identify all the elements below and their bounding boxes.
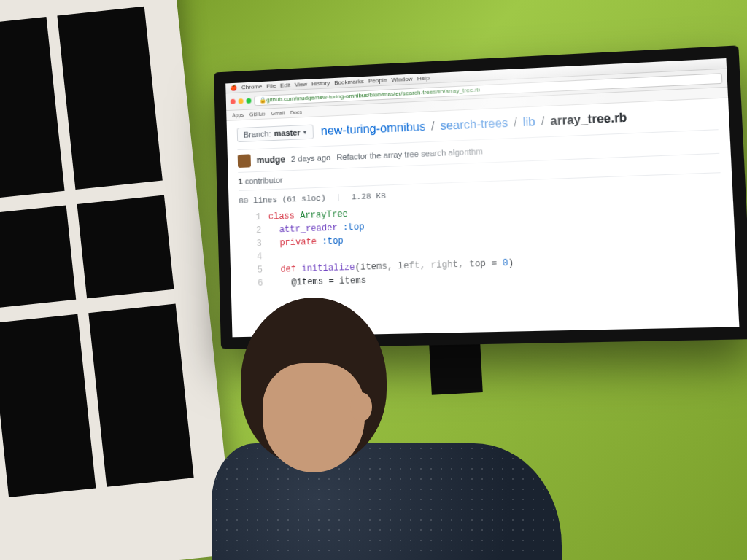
breadcrumb-sep: / <box>514 116 517 129</box>
contributors-label: contributor <box>245 176 283 186</box>
commit-author-link[interactable]: mudge <box>257 154 286 166</box>
bookmark-item[interactable]: Apps <box>232 112 244 118</box>
breadcrumb-link[interactable]: search-trees <box>440 117 508 132</box>
code-viewer: 1class ArrayTree2 attr_reader :top3 priv… <box>239 195 726 291</box>
line-number: 1 <box>239 211 261 225</box>
menu-item[interactable]: Bookmarks <box>334 78 364 86</box>
line-number: 2 <box>239 224 261 238</box>
chevron-down-icon: ▾ <box>303 128 306 136</box>
minimize-icon[interactable] <box>239 98 244 104</box>
bookmark-item[interactable]: Gmail <box>271 110 284 116</box>
contributors-count: 1 <box>238 177 242 186</box>
close-icon[interactable] <box>231 99 236 104</box>
apple-icon: 🍎 <box>230 85 237 91</box>
commit-time: 2 days ago <box>291 153 331 163</box>
room-photo: 🍎 Chrome File Edit View History Bookmark… <box>0 0 747 560</box>
breadcrumb-current-file: array_tree.rb <box>550 111 627 127</box>
menu-item[interactable]: Help <box>417 74 430 82</box>
breadcrumb: new-turing-omnibus / search-trees / lib … <box>321 111 627 138</box>
lock-icon: 🔒 <box>259 97 266 104</box>
meta-divider: | <box>336 193 341 202</box>
menu-item[interactable]: People <box>368 77 387 84</box>
menu-item[interactable]: File <box>266 82 276 90</box>
menu-item[interactable]: Edit <box>280 82 290 89</box>
file-lines: 80 lines (61 sloc) <box>239 194 325 206</box>
line-number: 4 <box>240 250 262 264</box>
breadcrumb-repo-link[interactable]: new-turing-omnibus <box>321 120 426 138</box>
menu-item[interactable]: History <box>311 79 330 87</box>
window-controls[interactable] <box>231 98 252 104</box>
breadcrumb-sep: / <box>541 114 544 128</box>
file-size: 1.28 KB <box>351 192 386 202</box>
person-foreground <box>153 283 562 560</box>
commit-message[interactable]: Refactor the array tree search algorithm <box>336 147 483 161</box>
branch-label: Branch: <box>244 129 271 139</box>
branch-name: master <box>274 128 300 138</box>
bookmark-item[interactable]: Docs <box>290 109 302 115</box>
line-number: 5 <box>241 263 263 277</box>
maximize-icon[interactable] <box>246 98 251 104</box>
menu-item[interactable]: Chrome <box>241 83 262 90</box>
breadcrumb-link[interactable]: lib <box>522 115 535 128</box>
breadcrumb-sep: / <box>431 120 435 132</box>
line-number: 3 <box>240 237 262 251</box>
menu-item[interactable]: Window <box>391 76 413 84</box>
branch-selector-button[interactable]: Branch: master ▾ <box>237 125 314 143</box>
menu-item[interactable]: View <box>295 81 308 88</box>
avatar[interactable] <box>238 154 251 168</box>
bookmark-item[interactable]: GitHub <box>249 112 266 117</box>
